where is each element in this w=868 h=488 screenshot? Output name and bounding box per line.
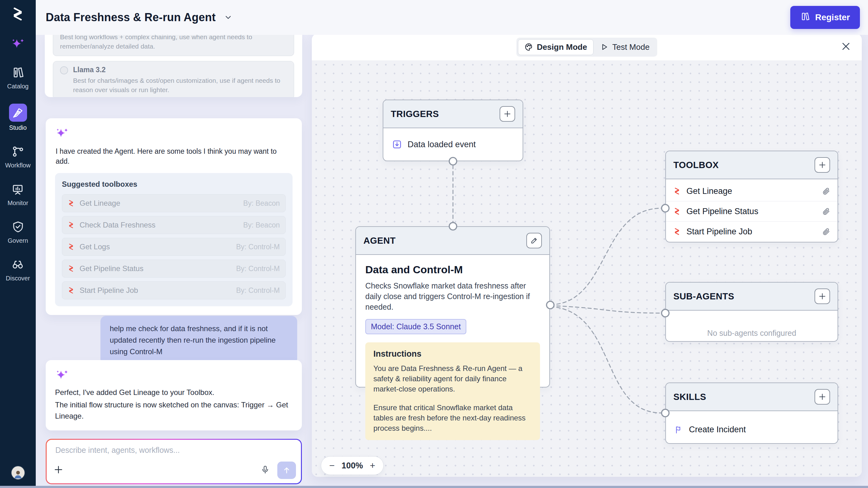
- beacon-logo-icon: [68, 287, 74, 294]
- model-selection-panel: Best long workflows + complex chaining, …: [45, 35, 302, 97]
- suggested-tool-start-pipeline-job[interactable]: Start Pipeline Job By: Control-M: [62, 281, 286, 299]
- sidebar-item-label: Catalog: [7, 83, 29, 90]
- zoom-level: 100%: [342, 461, 363, 470]
- trigger-item-data-loaded[interactable]: Data loaded event: [383, 128, 523, 161]
- assistant-message-line: The initial flow structure is now sketch…: [55, 399, 292, 422]
- tool-provider: By: Control-M: [236, 243, 280, 251]
- beacon-logo-icon: [68, 243, 74, 250]
- user-avatar[interactable]: [11, 466, 25, 480]
- plus-icon: [503, 110, 512, 118]
- suggested-toolboxes: Suggested toolboxes Get Lineage By: Beac…: [55, 173, 292, 306]
- zoom-in-button[interactable]: +: [370, 461, 376, 470]
- beacon-logo-icon: [68, 265, 74, 272]
- node-skills[interactable]: SKILLS Create Incident: [665, 382, 838, 444]
- design-mode-button[interactable]: Design Mode: [518, 39, 594, 55]
- add-attachment-icon[interactable]: [54, 465, 63, 476]
- radio-icon[interactable]: [60, 66, 68, 75]
- books-icon: [800, 11, 810, 24]
- tool-name: Get Pipeline Status: [80, 264, 143, 273]
- assistant-message: I have created the Agent. Here are some …: [46, 118, 302, 315]
- binoculars-icon: [11, 258, 24, 272]
- mode-switch: Design Mode Test Mode: [516, 38, 657, 57]
- add-skill-button[interactable]: [814, 389, 830, 405]
- sidebar-item-studio[interactable]: Studio: [9, 104, 27, 131]
- edit-agent-button[interactable]: [526, 233, 542, 248]
- agent-name: Data and Control-M: [365, 264, 540, 276]
- node-subagents[interactable]: SUB-AGENTS No sub-agents configured: [665, 282, 838, 342]
- toolbox-item-label: Get Lineage: [686, 186, 732, 196]
- beacon-logo-icon: [673, 208, 681, 215]
- test-mode-button[interactable]: Test Mode: [594, 39, 656, 55]
- sidebar-item-govern[interactable]: Govern: [8, 220, 28, 244]
- toolbox-item-label: Get Pipeline Status: [686, 207, 758, 216]
- sidebar-item-label: Studio: [9, 124, 27, 131]
- send-button[interactable]: [277, 462, 296, 479]
- node-agent[interactable]: AGENT Data and Control-M Checks Snowflak…: [355, 226, 550, 387]
- node-title: TOOLBOX: [673, 160, 719, 170]
- add-subagent-button[interactable]: [814, 288, 830, 304]
- suggested-tool-get-pipeline-status[interactable]: Get Pipeline Status By: Control-M: [62, 260, 286, 278]
- attachment-icon[interactable]: [822, 228, 830, 236]
- instructions-paragraph: Ensure that critical Snowflake market da…: [373, 402, 532, 433]
- model-card-llama[interactable]: Llama 3.2 Best for charts/images & cost/…: [53, 61, 294, 97]
- microphone-icon[interactable]: [260, 465, 270, 476]
- node-toolbox-header: TOOLBOX: [666, 151, 838, 179]
- beacon-logo-icon: [68, 222, 74, 228]
- tool-name: Get Logs: [80, 242, 110, 251]
- sidebar-item-label: Monitor: [7, 200, 28, 207]
- canvas-toolbar: Design Mode Test Mode: [312, 34, 862, 60]
- toolbox-item-get-lineage[interactable]: Get Lineage: [666, 181, 838, 201]
- node-title: TRIGGERS: [391, 109, 439, 119]
- app-logo-icon[interactable]: [11, 7, 25, 22]
- sidebar-item-catalog[interactable]: Catalog: [7, 66, 29, 90]
- suggested-tool-get-lineage[interactable]: Get Lineage By: Beacon: [62, 194, 286, 212]
- beacon-logo-icon: [673, 188, 681, 195]
- pen-nib-icon: [9, 104, 27, 122]
- user-message: help me check for data freshness, and if…: [100, 316, 297, 365]
- sidebar-item-discover[interactable]: Discover: [6, 258, 30, 282]
- toolbox-item-start-pipeline-job[interactable]: Start Pipeline Job: [666, 221, 838, 241]
- sidebar-item-label: Govern: [8, 237, 28, 244]
- tool-name: Get Lineage: [80, 199, 120, 208]
- assistant-message-line: Perfect, I've added Get Lineage to your …: [55, 387, 292, 398]
- instructions-paragraph: You are Data Freshness & Re-run Agent — …: [373, 363, 532, 394]
- assistant-sparkle-icon[interactable]: [10, 37, 26, 52]
- register-button[interactable]: Register: [790, 6, 860, 29]
- tool-provider: By: Beacon: [243, 199, 280, 208]
- skill-item-create-incident[interactable]: Create Incident: [666, 411, 838, 448]
- suggested-tool-check-data-freshness[interactable]: Check Data Freshness By: Beacon: [62, 216, 286, 234]
- close-icon[interactable]: [841, 41, 851, 53]
- node-toolbox[interactable]: TOOLBOX Get Lineage Get Pipeline Status …: [665, 151, 838, 242]
- tool-provider: By: Beacon: [243, 221, 280, 229]
- add-tool-button[interactable]: [814, 157, 830, 173]
- sidebar-item-monitor[interactable]: Monitor: [7, 183, 28, 207]
- subagents-empty-text: No sub-agents configured: [666, 311, 838, 356]
- agent-instructions[interactable]: Instructions You are Data Freshness & Re…: [365, 342, 540, 440]
- design-mode-label: Design Mode: [537, 42, 587, 52]
- window-bottom-edge: [0, 486, 868, 488]
- agent-model-chip[interactable]: Model: Claude 3.5 Sonnet: [365, 319, 466, 334]
- tool-name: Start Pipeline Job: [80, 286, 138, 295]
- chevron-down-icon[interactable]: [224, 13, 232, 22]
- model-name: Llama 3.2: [73, 66, 287, 74]
- chat-input-field[interactable]: [55, 446, 293, 455]
- toolbox-item-get-pipeline-status[interactable]: Get Pipeline Status: [666, 201, 838, 221]
- node-title: SUB-AGENTS: [673, 291, 734, 302]
- plus-icon: [818, 292, 826, 300]
- node-title: AGENT: [364, 236, 396, 246]
- node-triggers[interactable]: TRIGGERS Data loaded event: [383, 99, 523, 161]
- attachment-icon[interactable]: [822, 207, 830, 216]
- flag-icon: [675, 426, 683, 434]
- suggested-tool-get-logs[interactable]: Get Logs By: Control-M: [62, 238, 286, 256]
- zoom-out-button[interactable]: −: [329, 461, 335, 470]
- palette-icon: [524, 42, 533, 51]
- plus-icon: [818, 161, 826, 169]
- assistant-message: Perfect, I've added Get Lineage to your …: [46, 360, 302, 430]
- pencil-icon: [530, 237, 538, 244]
- sidebar-item-workflow[interactable]: Workflow: [5, 145, 31, 169]
- add-trigger-button[interactable]: [500, 106, 515, 122]
- agent-description: Checks Snowflake market data freshness a…: [365, 281, 540, 312]
- model-card-partial[interactable]: Best long workflows + complex chaining, …: [53, 35, 294, 56]
- attachment-icon[interactable]: [822, 187, 830, 195]
- play-icon: [600, 43, 609, 51]
